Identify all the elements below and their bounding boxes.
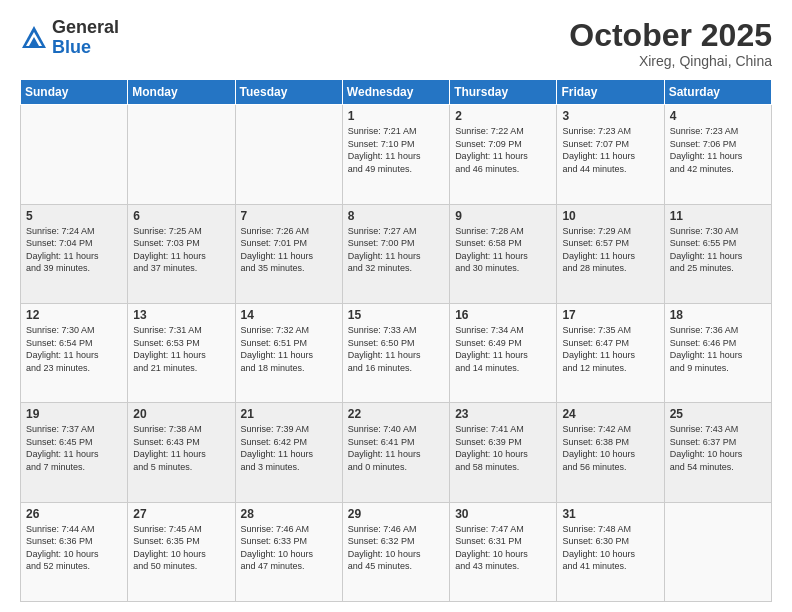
day-info: Sunrise: 7:45 AM Sunset: 6:35 PM Dayligh… xyxy=(133,523,229,573)
calendar-cell: 30Sunrise: 7:47 AM Sunset: 6:31 PM Dayli… xyxy=(450,502,557,601)
title-block: October 2025 Xireg, Qinghai, China xyxy=(569,18,772,69)
day-number: 19 xyxy=(26,407,122,421)
calendar-cell: 31Sunrise: 7:48 AM Sunset: 6:30 PM Dayli… xyxy=(557,502,664,601)
calendar-cell: 4Sunrise: 7:23 AM Sunset: 7:06 PM Daylig… xyxy=(664,105,771,204)
day-header-tuesday: Tuesday xyxy=(235,80,342,105)
calendar-cell: 3Sunrise: 7:23 AM Sunset: 7:07 PM Daylig… xyxy=(557,105,664,204)
day-number: 24 xyxy=(562,407,658,421)
calendar-cell: 27Sunrise: 7:45 AM Sunset: 6:35 PM Dayli… xyxy=(128,502,235,601)
calendar-week-3: 12Sunrise: 7:30 AM Sunset: 6:54 PM Dayli… xyxy=(21,303,772,402)
calendar-cell: 5Sunrise: 7:24 AM Sunset: 7:04 PM Daylig… xyxy=(21,204,128,303)
calendar-cell: 15Sunrise: 7:33 AM Sunset: 6:50 PM Dayli… xyxy=(342,303,449,402)
day-info: Sunrise: 7:24 AM Sunset: 7:04 PM Dayligh… xyxy=(26,225,122,275)
calendar-cell: 10Sunrise: 7:29 AM Sunset: 6:57 PM Dayli… xyxy=(557,204,664,303)
day-info: Sunrise: 7:30 AM Sunset: 6:55 PM Dayligh… xyxy=(670,225,766,275)
calendar-body: 1Sunrise: 7:21 AM Sunset: 7:10 PM Daylig… xyxy=(21,105,772,602)
day-number: 21 xyxy=(241,407,337,421)
day-info: Sunrise: 7:46 AM Sunset: 6:33 PM Dayligh… xyxy=(241,523,337,573)
day-info: Sunrise: 7:35 AM Sunset: 6:47 PM Dayligh… xyxy=(562,324,658,374)
day-header-wednesday: Wednesday xyxy=(342,80,449,105)
calendar-header: SundayMondayTuesdayWednesdayThursdayFrid… xyxy=(21,80,772,105)
day-number: 2 xyxy=(455,109,551,123)
day-number: 13 xyxy=(133,308,229,322)
calendar-table: SundayMondayTuesdayWednesdayThursdayFrid… xyxy=(20,79,772,602)
calendar-cell: 7Sunrise: 7:26 AM Sunset: 7:01 PM Daylig… xyxy=(235,204,342,303)
day-info: Sunrise: 7:30 AM Sunset: 6:54 PM Dayligh… xyxy=(26,324,122,374)
day-info: Sunrise: 7:27 AM Sunset: 7:00 PM Dayligh… xyxy=(348,225,444,275)
day-number: 30 xyxy=(455,507,551,521)
day-info: Sunrise: 7:36 AM Sunset: 6:46 PM Dayligh… xyxy=(670,324,766,374)
day-info: Sunrise: 7:41 AM Sunset: 6:39 PM Dayligh… xyxy=(455,423,551,473)
logo-general-text: General xyxy=(52,18,119,38)
day-info: Sunrise: 7:22 AM Sunset: 7:09 PM Dayligh… xyxy=(455,125,551,175)
logo-text: General Blue xyxy=(52,18,119,58)
day-number: 5 xyxy=(26,209,122,223)
day-number: 1 xyxy=(348,109,444,123)
day-number: 14 xyxy=(241,308,337,322)
calendar-cell: 28Sunrise: 7:46 AM Sunset: 6:33 PM Dayli… xyxy=(235,502,342,601)
day-info: Sunrise: 7:42 AM Sunset: 6:38 PM Dayligh… xyxy=(562,423,658,473)
day-header-saturday: Saturday xyxy=(664,80,771,105)
calendar-cell: 14Sunrise: 7:32 AM Sunset: 6:51 PM Dayli… xyxy=(235,303,342,402)
header: General Blue October 2025 Xireg, Qinghai… xyxy=(20,18,772,69)
day-number: 18 xyxy=(670,308,766,322)
calendar-cell: 17Sunrise: 7:35 AM Sunset: 6:47 PM Dayli… xyxy=(557,303,664,402)
logo-blue-text: Blue xyxy=(52,38,119,58)
day-number: 16 xyxy=(455,308,551,322)
calendar-cell: 24Sunrise: 7:42 AM Sunset: 6:38 PM Dayli… xyxy=(557,403,664,502)
day-number: 3 xyxy=(562,109,658,123)
day-info: Sunrise: 7:46 AM Sunset: 6:32 PM Dayligh… xyxy=(348,523,444,573)
calendar-cell: 12Sunrise: 7:30 AM Sunset: 6:54 PM Dayli… xyxy=(21,303,128,402)
calendar-cell: 8Sunrise: 7:27 AM Sunset: 7:00 PM Daylig… xyxy=(342,204,449,303)
day-info: Sunrise: 7:28 AM Sunset: 6:58 PM Dayligh… xyxy=(455,225,551,275)
calendar-week-2: 5Sunrise: 7:24 AM Sunset: 7:04 PM Daylig… xyxy=(21,204,772,303)
day-info: Sunrise: 7:44 AM Sunset: 6:36 PM Dayligh… xyxy=(26,523,122,573)
calendar-week-1: 1Sunrise: 7:21 AM Sunset: 7:10 PM Daylig… xyxy=(21,105,772,204)
calendar-cell: 26Sunrise: 7:44 AM Sunset: 6:36 PM Dayli… xyxy=(21,502,128,601)
day-info: Sunrise: 7:40 AM Sunset: 6:41 PM Dayligh… xyxy=(348,423,444,473)
day-info: Sunrise: 7:23 AM Sunset: 7:06 PM Dayligh… xyxy=(670,125,766,175)
calendar-cell: 9Sunrise: 7:28 AM Sunset: 6:58 PM Daylig… xyxy=(450,204,557,303)
calendar-cell: 19Sunrise: 7:37 AM Sunset: 6:45 PM Dayli… xyxy=(21,403,128,502)
day-info: Sunrise: 7:39 AM Sunset: 6:42 PM Dayligh… xyxy=(241,423,337,473)
day-info: Sunrise: 7:38 AM Sunset: 6:43 PM Dayligh… xyxy=(133,423,229,473)
calendar-cell: 13Sunrise: 7:31 AM Sunset: 6:53 PM Dayli… xyxy=(128,303,235,402)
day-number: 4 xyxy=(670,109,766,123)
day-info: Sunrise: 7:37 AM Sunset: 6:45 PM Dayligh… xyxy=(26,423,122,473)
day-number: 11 xyxy=(670,209,766,223)
day-info: Sunrise: 7:32 AM Sunset: 6:51 PM Dayligh… xyxy=(241,324,337,374)
day-number: 29 xyxy=(348,507,444,521)
calendar-cell: 21Sunrise: 7:39 AM Sunset: 6:42 PM Dayli… xyxy=(235,403,342,502)
calendar-cell: 11Sunrise: 7:30 AM Sunset: 6:55 PM Dayli… xyxy=(664,204,771,303)
day-info: Sunrise: 7:33 AM Sunset: 6:50 PM Dayligh… xyxy=(348,324,444,374)
day-info: Sunrise: 7:25 AM Sunset: 7:03 PM Dayligh… xyxy=(133,225,229,275)
calendar-cell xyxy=(235,105,342,204)
calendar-cell xyxy=(664,502,771,601)
day-info: Sunrise: 7:34 AM Sunset: 6:49 PM Dayligh… xyxy=(455,324,551,374)
month-title: October 2025 xyxy=(569,18,772,53)
day-info: Sunrise: 7:23 AM Sunset: 7:07 PM Dayligh… xyxy=(562,125,658,175)
day-number: 10 xyxy=(562,209,658,223)
day-info: Sunrise: 7:43 AM Sunset: 6:37 PM Dayligh… xyxy=(670,423,766,473)
calendar-cell: 16Sunrise: 7:34 AM Sunset: 6:49 PM Dayli… xyxy=(450,303,557,402)
calendar-week-4: 19Sunrise: 7:37 AM Sunset: 6:45 PM Dayli… xyxy=(21,403,772,502)
calendar-cell xyxy=(128,105,235,204)
day-number: 23 xyxy=(455,407,551,421)
calendar-cell: 22Sunrise: 7:40 AM Sunset: 6:41 PM Dayli… xyxy=(342,403,449,502)
day-info: Sunrise: 7:48 AM Sunset: 6:30 PM Dayligh… xyxy=(562,523,658,573)
page: General Blue October 2025 Xireg, Qinghai… xyxy=(0,0,792,612)
days-header-row: SundayMondayTuesdayWednesdayThursdayFrid… xyxy=(21,80,772,105)
calendar-cell: 25Sunrise: 7:43 AM Sunset: 6:37 PM Dayli… xyxy=(664,403,771,502)
calendar-cell: 18Sunrise: 7:36 AM Sunset: 6:46 PM Dayli… xyxy=(664,303,771,402)
day-number: 12 xyxy=(26,308,122,322)
day-number: 20 xyxy=(133,407,229,421)
calendar-cell: 1Sunrise: 7:21 AM Sunset: 7:10 PM Daylig… xyxy=(342,105,449,204)
day-header-thursday: Thursday xyxy=(450,80,557,105)
day-header-friday: Friday xyxy=(557,80,664,105)
day-info: Sunrise: 7:29 AM Sunset: 6:57 PM Dayligh… xyxy=(562,225,658,275)
location: Xireg, Qinghai, China xyxy=(569,53,772,69)
day-header-monday: Monday xyxy=(128,80,235,105)
calendar-cell: 20Sunrise: 7:38 AM Sunset: 6:43 PM Dayli… xyxy=(128,403,235,502)
logo: General Blue xyxy=(20,18,119,58)
day-number: 9 xyxy=(455,209,551,223)
